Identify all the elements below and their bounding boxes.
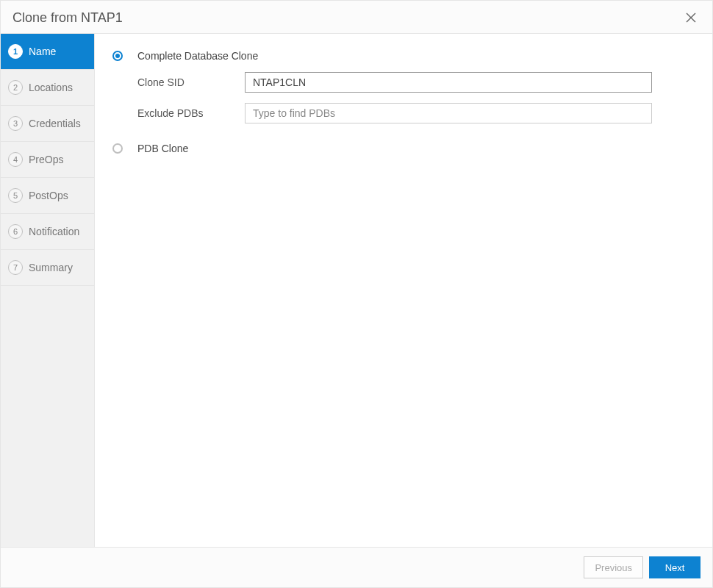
- step-number: 5: [8, 188, 23, 203]
- clone-sid-label: Clone SID: [137, 76, 245, 88]
- step-label: Locations: [29, 82, 73, 93]
- clone-sid-input[interactable]: [245, 72, 652, 93]
- dialog-footer: Previous Next: [1, 547, 712, 587]
- next-button[interactable]: Next: [649, 556, 701, 578]
- step-number: 3: [8, 116, 23, 131]
- step-number: 1: [8, 44, 23, 59]
- dialog-header: Clone from NTAP1: [1, 1, 712, 34]
- exclude-pdbs-label: Exclude PDBs: [137, 107, 245, 119]
- option-pdb-clone[interactable]: PDB Clone: [112, 143, 690, 154]
- wizard-step-notification[interactable]: 6 Notification: [1, 214, 94, 250]
- step-label: Notification: [29, 226, 79, 237]
- step-number: 6: [8, 224, 23, 239]
- step-number: 4: [8, 152, 23, 167]
- complete-clone-fields: Clone SID Exclude PDBs: [137, 72, 690, 123]
- dialog-body: 1 Name 2 Locations 3 Credentials 4 PreOp…: [1, 34, 712, 547]
- wizard-sidebar: 1 Name 2 Locations 3 Credentials 4 PreOp…: [1, 34, 95, 547]
- radio-complete-clone[interactable]: [112, 51, 123, 61]
- previous-button[interactable]: Previous: [584, 556, 643, 578]
- wizard-step-preops[interactable]: 4 PreOps: [1, 142, 94, 178]
- step-label: Name: [29, 46, 56, 57]
- step-label: PreOps: [29, 154, 63, 165]
- step-label: Credentials: [29, 118, 81, 129]
- option-label: PDB Clone: [137, 143, 188, 154]
- wizard-step-credentials[interactable]: 3 Credentials: [1, 106, 94, 142]
- close-icon: [686, 12, 696, 23]
- clone-dialog: Clone from NTAP1 1 Name 2 Locations 3 Cr…: [0, 0, 713, 588]
- step-number: 2: [8, 80, 23, 95]
- option-complete-clone[interactable]: Complete Database Clone: [112, 50, 690, 62]
- field-row-exclude-pdbs: Exclude PDBs: [137, 103, 690, 123]
- dialog-title: Clone from NTAP1: [12, 10, 123, 26]
- wizard-step-postops[interactable]: 5 PostOps: [1, 178, 94, 214]
- exclude-pdbs-input[interactable]: [245, 103, 652, 123]
- field-row-clone-sid: Clone SID: [137, 72, 690, 93]
- step-number: 7: [8, 260, 23, 275]
- step-label: PostOps: [29, 190, 68, 201]
- step-label: Summary: [29, 262, 73, 273]
- wizard-step-locations[interactable]: 2 Locations: [1, 70, 94, 106]
- main-panel: Complete Database Clone Clone SID Exclud…: [95, 34, 712, 547]
- option-label: Complete Database Clone: [137, 50, 258, 62]
- wizard-step-summary[interactable]: 7 Summary: [1, 250, 94, 286]
- radio-pdb-clone[interactable]: [112, 143, 123, 154]
- close-button[interactable]: [683, 10, 699, 26]
- wizard-step-name[interactable]: 1 Name: [1, 34, 94, 70]
